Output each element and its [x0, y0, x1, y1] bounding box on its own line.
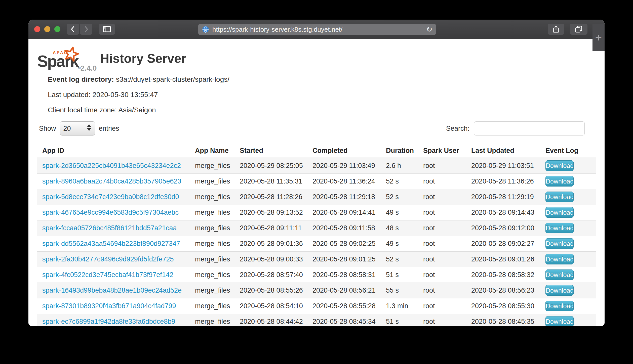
sidebar-toggle-button[interactable]: [99, 24, 115, 35]
app-id-link[interactable]: spark-2d3650a225cb4091b43e65c43234e2c2: [42, 162, 181, 169]
app-id-link[interactable]: spark-5d8ece734e7c423e9ba0b8c12dfe30d0: [42, 193, 179, 201]
app-id-link[interactable]: spark-467654e9cc994e6583d9c5f97304aebc: [42, 209, 179, 216]
table-row: spark-87301b89320f4a3fb671a904c4fad799 m…: [37, 298, 596, 314]
download-button[interactable]: Download: [545, 192, 574, 202]
app-name-cell: merge_files: [190, 158, 235, 173]
app-id-link[interactable]: spark-8960a6baa2c74b0ca4285b357905e623: [42, 177, 181, 185]
table-row: spark-4fc0522cd3e745ecbaf41b73f97ef142 m…: [37, 267, 596, 283]
table-row: spark-dd5562a43aa54694b223bf890d927347 m…: [37, 236, 596, 251]
sidebar-icon: [102, 25, 112, 33]
download-button[interactable]: Download: [545, 160, 574, 171]
spark-user-cell: root: [418, 158, 466, 173]
table-row: spark-16493d99beba48b28ae1b09ec24ad52e m…: [37, 283, 596, 298]
download-button[interactable]: Download: [545, 269, 574, 280]
download-button[interactable]: Download: [545, 254, 574, 264]
app-id-link[interactable]: spark-ec7c6899a1f942da8fe33fa6dbdce8b9: [42, 318, 175, 325]
share-button[interactable]: [548, 24, 564, 35]
chevron-left-icon: [69, 25, 77, 33]
entries-select[interactable]: 20: [60, 121, 95, 135]
download-button[interactable]: Download: [545, 207, 574, 218]
duration-cell: 48 s: [381, 220, 418, 236]
column-header-started[interactable]: Started: [235, 144, 307, 158]
app-name-cell: merge_files: [190, 251, 235, 267]
search-control: Search:: [446, 121, 585, 135]
search-label: Search:: [446, 125, 469, 132]
app-name-cell: merge_files: [190, 314, 235, 326]
app-name-cell: merge_files: [190, 298, 235, 314]
app-id-link[interactable]: spark-2fa30b4277c9496c9d929fd5fd2fe725: [42, 255, 174, 263]
browser-window: https://spark-history-server.k8s.stg.duy…: [28, 20, 605, 326]
spark-user-cell: root: [418, 173, 466, 189]
duration-cell: 2.6 h: [381, 158, 418, 173]
column-header-app-id[interactable]: App ID: [37, 144, 190, 158]
spark-user-cell: root: [418, 205, 466, 220]
last-updated-cell: 2020-05-28 09:02:27: [466, 236, 540, 251]
spark-user-cell: root: [418, 236, 466, 251]
close-window-button[interactable]: [34, 26, 40, 32]
search-input[interactable]: [474, 121, 585, 135]
new-tab-button[interactable]: +: [592, 24, 605, 51]
last-updated-cell: 2020-05-28 11:29:19: [466, 189, 540, 205]
completed-cell: 2020-05-28 09:02:25: [307, 236, 381, 251]
app-id-link[interactable]: spark-dd5562a43aa54694b223bf890d927347: [42, 240, 180, 247]
tab-overview-button[interactable]: [570, 24, 587, 35]
last-updated-cell: 2020-05-28 08:58:32: [466, 267, 540, 283]
table-controls: Show 20 entries Search:: [37, 121, 596, 136]
browser-titlebar: https://spark-history-server.k8s.stg.duy…: [28, 20, 605, 39]
spark-logo: APACHE Spark ™ 2.4.0: [37, 46, 100, 72]
completed-cell: 2020-05-28 08:58:31: [307, 267, 381, 283]
reload-button[interactable]: ↻: [426, 26, 432, 33]
download-button[interactable]: Download: [545, 176, 574, 187]
download-button[interactable]: Download: [545, 316, 574, 326]
site-globe-icon: [202, 26, 209, 33]
started-cell: 2020-05-28 09:13:52: [235, 205, 307, 220]
minimize-window-button[interactable]: [44, 26, 50, 32]
table-row: spark-8960a6baa2c74b0ca4285b357905e623 m…: [37, 173, 596, 189]
started-cell: 2020-05-28 09:11:11: [235, 220, 307, 236]
started-cell: 2020-05-28 08:44:42: [235, 314, 307, 326]
column-header-event-log[interactable]: Event Log: [540, 144, 596, 158]
app-id-link[interactable]: spark-87301b89320f4a3fb671a904c4fad799: [42, 302, 176, 310]
completed-cell: 2020-05-28 11:36:24: [307, 173, 381, 189]
completed-cell: 2020-05-29 11:03:49: [307, 158, 381, 173]
event-log-directory-value: s3a://duyet-spark-cluster/spark-logs/: [114, 75, 229, 83]
zoom-window-button[interactable]: [54, 26, 60, 32]
column-header-app-name[interactable]: App Name: [190, 144, 235, 158]
app-name-cell: merge_files: [190, 189, 235, 205]
page-content: APACHE Spark ™ 2.4.0 History Server Even…: [28, 39, 605, 326]
column-header-last-updated[interactable]: Last Updated: [466, 144, 540, 158]
column-header-duration[interactable]: Duration: [381, 144, 418, 158]
started-cell: 2020-05-28 08:54:10: [235, 298, 307, 314]
app-id-link[interactable]: spark-4fc0522cd3e745ecbaf41b73f97ef142: [42, 271, 173, 279]
spark-user-cell: root: [418, 251, 466, 267]
download-button[interactable]: Download: [545, 301, 574, 311]
started-cell: 2020-05-28 08:57:40: [235, 267, 307, 283]
entries-select-value: 20: [63, 125, 71, 132]
download-button[interactable]: Download: [545, 285, 574, 296]
back-button[interactable]: [67, 24, 79, 35]
show-label: Show: [39, 125, 56, 132]
tabs-icon: [574, 25, 583, 33]
table-body: spark-2d3650a225cb4091b43e65c43234e2c2 m…: [37, 158, 596, 326]
page-header: APACHE Spark ™ 2.4.0 History Server: [37, 46, 596, 72]
spark-user-cell: root: [418, 267, 466, 283]
started-cell: 2020-05-28 11:28:26: [235, 189, 307, 205]
table-row: spark-fccaa05726bc485f86121bdd57a21caa m…: [37, 220, 596, 236]
download-button[interactable]: Download: [545, 238, 574, 249]
event-log-directory-label: Event log directory:: [48, 75, 114, 83]
column-header-spark-user[interactable]: Spark User: [418, 144, 466, 158]
column-header-completed[interactable]: Completed: [307, 144, 381, 158]
app-id-link[interactable]: spark-fccaa05726bc485f86121bdd57a21caa: [42, 224, 177, 232]
forward-button[interactable]: [80, 24, 92, 35]
page-title: History Server: [100, 51, 186, 66]
last-updated-cell: 2020-05-29 11:03:51: [466, 158, 540, 173]
completed-cell: 2020-05-28 08:56:21: [307, 283, 381, 298]
completed-cell: 2020-05-28 09:11:58: [307, 220, 381, 236]
duration-cell: 49 s: [381, 236, 418, 251]
table-row: spark-2fa30b4277c9496c9d929fd5fd2fe725 m…: [37, 251, 596, 267]
address-bar[interactable]: https://spark-history-server.k8s.stg.duy…: [198, 24, 436, 35]
duration-cell: 55 s: [381, 283, 418, 298]
app-id-link[interactable]: spark-16493d99beba48b28ae1b09ec24ad52e: [42, 287, 182, 294]
download-button[interactable]: Download: [545, 223, 574, 233]
last-updated-cell: 2020-05-28 09:14:43: [466, 205, 540, 220]
